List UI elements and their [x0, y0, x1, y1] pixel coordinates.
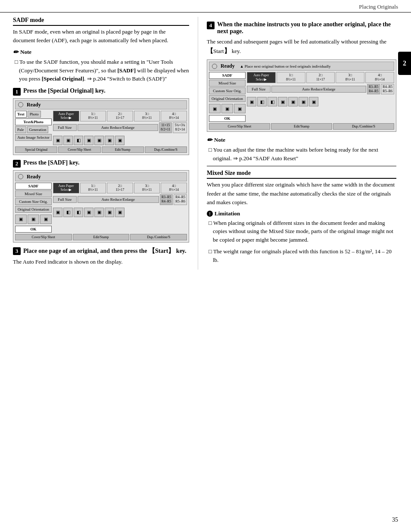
screen-mockup-3: Ready ▲ Place next original button or fe… [207, 59, 396, 132]
screen-tab-dup-2[interactable]: Dup./Combine/S [130, 234, 187, 240]
screen-btn-gen[interactable]: Generation [27, 126, 49, 133]
screen-row-2: Full Size Auto Reduce/Enlarge R3–R5R4–R5… [53, 194, 187, 205]
screen-btn-photo[interactable]: Photo [28, 111, 41, 118]
screen-orient-3[interactable]: ▣ [40, 215, 52, 224]
step-2-text: Press the [SADF] key. [23, 159, 79, 166]
screen-paper-3-2[interactable]: 2□11×17 [306, 72, 335, 83]
screen-btn-auto-image[interactable]: Auto Image Selector [15, 134, 52, 141]
screen-paper-auto-select[interactable]: Auto PaperSelect▶ [53, 111, 79, 121]
screen-right-panel-1: Auto PaperSelect▶ 1□8½×11 2□11×17 3□8½×1… [53, 111, 187, 145]
screen-tab-cover[interactable]: Cover/Slip Sheet [58, 146, 100, 153]
screen-tab-cover-2[interactable]: Cover/Slip Sheet [15, 234, 72, 240]
screen-paper-2[interactable]: 2□11×17 [107, 111, 133, 121]
screen-btn-text[interactable]: Text [15, 111, 27, 118]
screen-full-size-2[interactable]: Full Size [53, 196, 77, 203]
screen-icon-2-4[interactable]: ▣ [84, 208, 93, 217]
screen-icon-3-2[interactable]: ◧ [257, 97, 267, 106]
ready-icon-3 [212, 64, 217, 69]
screen-top-bar-3: Ready ▲ Place next original button or fe… [209, 62, 394, 71]
screen-icon-7[interactable]: ▣ [115, 136, 125, 145]
step-4-block: 4 When the machine instructs you to plac… [207, 21, 396, 132]
screen-row-3: Full Size Auto Reduce/Enlarge R3–R5R4–R5… [247, 84, 394, 95]
screen-paper-3[interactable]: 3□8½×11 [134, 111, 160, 121]
screen-icon-3-4[interactable]: ▣ [278, 97, 287, 106]
screen-btn-pale[interactable]: Pale [15, 126, 26, 133]
screen-icon-6[interactable]: ▣ [105, 136, 114, 145]
limitation-item-1: When placing originals of different size… [207, 219, 396, 244]
screen-icon-5[interactable]: ▣ [94, 136, 104, 145]
screen-icon-3-5[interactable]: ▣ [288, 97, 298, 106]
screen-tab-dup[interactable]: Dup./Combine/S [145, 146, 187, 153]
screen-paper-2-1[interactable]: 1□8½×11 [80, 183, 106, 193]
screen-tab-edit-3[interactable]: Edit/Stamp [271, 123, 332, 130]
screen-btn-mixed-3[interactable]: Mixed Size [209, 80, 246, 87]
screen-btn-ok-3[interactable]: OK [209, 115, 246, 122]
screen-auto-reduce[interactable]: Auto Reduce/Enlarge [78, 124, 158, 131]
screen-icon-3-1[interactable]: ▣ [247, 97, 256, 106]
screen-btn-textphoto[interactable]: Text&Photo [15, 118, 52, 125]
step-1-heading: 1 Press the [Special Original] key. [13, 87, 189, 96]
screen-orient-3-2[interactable]: ▣ [221, 104, 233, 113]
screen-btn-orientation[interactable]: Original Orientation [15, 206, 52, 213]
screen-icon-2-6[interactable]: ▣ [105, 208, 114, 217]
screen-full-size-3[interactable]: Full Size [247, 86, 271, 93]
screen-paper-1[interactable]: 1□8½×11 [80, 111, 106, 121]
screen-btn-custom-size[interactable]: Custom Size Orig. [15, 198, 52, 205]
note-item-2: You can adjust the time the machine wait… [207, 146, 396, 162]
screen-orient-1[interactable]: ▣ [15, 215, 27, 224]
step-3-heading: 3 Place one page of an original, and the… [13, 247, 189, 255]
screen-icon-2-1[interactable]: ▣ [53, 208, 62, 217]
screen-paper-auto-select-2[interactable]: Auto PaperSelect▶ [53, 183, 79, 193]
mixed-size-divider [207, 166, 396, 166]
screen-icon-2-2[interactable]: ◧ [63, 208, 73, 217]
screen-btn-sadf[interactable]: SADF [15, 183, 52, 190]
screen-icon-2-3[interactable]: ◧ [74, 208, 83, 217]
screen-auto-reduce-2[interactable]: Auto Reduce/Enlarge [78, 196, 159, 203]
screen-icon-2-5[interactable]: ▣ [94, 208, 104, 217]
screen-tab-edit-2[interactable]: Edit/Stamp [73, 234, 130, 240]
screen-tab-dup-3[interactable]: Dup./Combine/S [333, 123, 394, 130]
screen-orient-3-3[interactable]: ▣ [234, 104, 246, 113]
screen-paper-2-3[interactable]: 3□8½×11 [134, 183, 160, 193]
screen-btn-orient-3[interactable]: Original Orientation [209, 95, 246, 102]
step-3-text: Place one page of an original, and then … [23, 247, 187, 255]
screen-body-2: SADF Mixed Size Custom Size Orig. Origin… [15, 183, 187, 233]
screen-btn-custom-3[interactable]: Custom Size Orig. [209, 87, 246, 94]
screen-icon-2[interactable]: ▣ [63, 136, 73, 145]
step-4-text: When the machine instructs you to place … [217, 21, 396, 35]
screen-icon-3-7[interactable]: ▣ [309, 97, 318, 106]
screen-icon-3-3[interactable]: ◧ [268, 97, 277, 106]
screen-size-2-2: R4–R5R5–R6 [174, 194, 187, 205]
step-2-block: 2 Press the [SADF] key. Ready SADF Mixed… [13, 159, 189, 243]
screen-paper-row-3: Auto PaperSelect▶ 1□8½×11 2□11×17 3□8½×1… [247, 72, 394, 83]
screen-auto-reduce-3[interactable]: Auto Reduce/Enlarge [271, 86, 366, 93]
screen-ready-1: Ready [27, 102, 41, 108]
screen-icon-3[interactable]: ◧ [74, 136, 83, 145]
screen-tab-edit[interactable]: Edit/Stamp [102, 146, 144, 153]
screen-icon-4[interactable]: ▣ [84, 136, 93, 145]
step-3-num: 3 [13, 247, 21, 255]
left-column: SADF mode In SADF mode, even when an ori… [13, 17, 198, 270]
screen-icon-3-6[interactable]: ▣ [299, 97, 308, 106]
note-label-2: Note [214, 137, 225, 143]
screen-paper-3-4[interactable]: 4□8½×14 [365, 72, 394, 83]
screen-paper-3-3[interactable]: 3□8½×11 [336, 72, 364, 83]
screen-orient-2[interactable]: ▣ [28, 215, 39, 224]
screen-paper-3-1[interactable]: 1□8½×11 [277, 72, 305, 83]
screen-paper-4[interactable]: 4□8½×14 [161, 111, 187, 121]
screen-icon-2-7[interactable]: ▣ [115, 208, 125, 217]
screen-btn-mixed-size[interactable]: Mixed Size [15, 190, 52, 197]
screen-full-size[interactable]: Full Size [53, 124, 77, 131]
screen-paper-2-2[interactable]: 2□11×17 [107, 183, 133, 193]
note-icon-2: ✏ [207, 136, 212, 144]
screen-paper-2-4[interactable]: 4□8½×14 [161, 183, 187, 193]
screen-paper-auto-3[interactable]: Auto PaperSelect▶ [247, 72, 276, 83]
screen-icon-1[interactable]: ▣ [53, 136, 62, 145]
screen-tab-special-orig[interactable]: Special Original [15, 146, 57, 153]
screen-btn-sadf-3[interactable]: SADF [209, 72, 246, 79]
header-bar: Placing Originals [0, 0, 411, 12]
ready-icon-1 [18, 102, 23, 107]
screen-orient-3-1[interactable]: ▣ [209, 104, 221, 113]
screen-tab-cover-3[interactable]: Cover/Slip Sheet [209, 123, 270, 130]
screen-btn-ok[interactable]: OK [15, 226, 52, 233]
